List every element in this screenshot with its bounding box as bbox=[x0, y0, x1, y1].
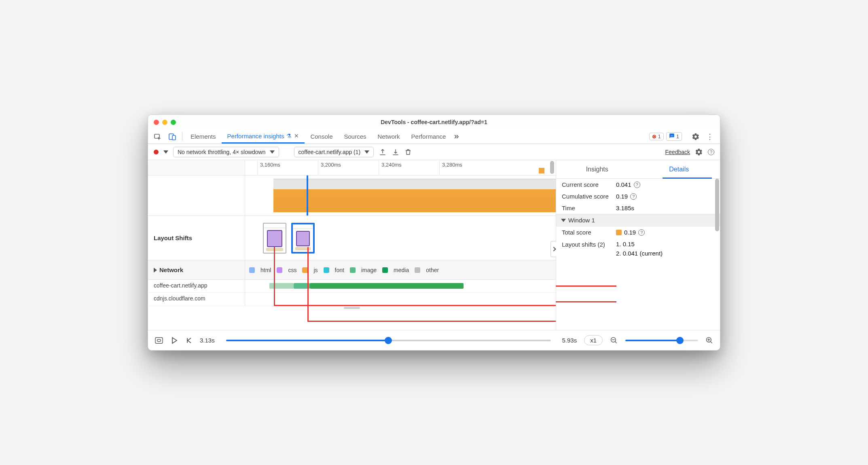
kv-label: Total score bbox=[562, 229, 614, 236]
record-menu-chevron[interactable] bbox=[163, 150, 168, 154]
network-bar[interactable] bbox=[310, 283, 464, 289]
help-button[interactable]: ? bbox=[708, 149, 714, 155]
settings-button[interactable] bbox=[688, 133, 703, 141]
sidebar-collapse-button[interactable] bbox=[550, 241, 556, 257]
tab-performance-insights[interactable]: Performance insights ⚗ ✕ bbox=[222, 129, 305, 144]
cls-overview-track[interactable] bbox=[245, 175, 556, 216]
network-section-toggle[interactable]: Network bbox=[148, 260, 245, 279]
cls-bar bbox=[273, 179, 556, 212]
issues-badge[interactable]: 1 bbox=[666, 132, 682, 141]
slider-knob[interactable] bbox=[676, 337, 684, 344]
time-ruler[interactable]: 3,160ms 3,200ms 3,240ms 3,280ms bbox=[148, 160, 556, 175]
layout-shift-thumbnail-1[interactable] bbox=[263, 223, 286, 254]
zoom-in-button[interactable] bbox=[705, 336, 713, 345]
tab-console[interactable]: Console bbox=[305, 129, 338, 144]
tab-performance[interactable]: Performance bbox=[406, 129, 452, 144]
details-sidebar: Insights Details Current score 0.041? Cu… bbox=[556, 160, 720, 330]
expand-icon bbox=[154, 268, 157, 273]
tab-network[interactable]: Network bbox=[372, 129, 406, 144]
network-row[interactable]: cdnjs.cloudflare.com bbox=[148, 293, 556, 306]
experiment-icon: ⚗ bbox=[286, 133, 292, 139]
ruler-tick: 3,160ms bbox=[257, 160, 280, 175]
help-icon[interactable]: ? bbox=[638, 229, 645, 236]
ruler-tick: 3,240ms bbox=[379, 160, 402, 175]
legend-media: media bbox=[394, 267, 409, 273]
layout-shift-thumbnail-2[interactable] bbox=[291, 223, 315, 254]
swatch-font bbox=[324, 267, 329, 273]
ruler-tick: 3,280ms bbox=[439, 160, 462, 175]
network-row-track bbox=[245, 280, 556, 292]
kv-label: Current score bbox=[562, 181, 614, 188]
error-icon: ⊗ bbox=[652, 133, 656, 140]
kv-value: 0.041 bbox=[616, 181, 631, 188]
sidebar-tab-insights[interactable]: Insights bbox=[556, 160, 638, 178]
zoom-out-button[interactable] bbox=[610, 336, 618, 345]
close-tab-icon[interactable]: ✕ bbox=[294, 133, 299, 139]
errors-count: 1 bbox=[658, 133, 661, 140]
legend-css: css bbox=[288, 267, 296, 273]
kebab-menu-button[interactable]: ⋮ bbox=[703, 132, 718, 141]
preview-toggle-button[interactable] bbox=[155, 337, 163, 344]
export-button[interactable] bbox=[379, 148, 387, 156]
inspect-element-button[interactable] bbox=[150, 129, 165, 144]
layout-shifts-track bbox=[245, 216, 556, 260]
slider-knob[interactable] bbox=[385, 337, 392, 344]
scrollbar-thumb[interactable] bbox=[550, 161, 554, 174]
jump-to-start-button[interactable] bbox=[185, 337, 193, 344]
kv-label: Layout shifts (2) bbox=[562, 241, 614, 249]
minimize-window-button[interactable] bbox=[162, 120, 167, 125]
errors-badge[interactable]: ⊗ 1 bbox=[649, 133, 664, 140]
tab-elements[interactable]: Elements bbox=[185, 129, 222, 144]
legend-js: js bbox=[313, 267, 318, 273]
panel-toolbar: No network throttling, 4× slowdown coffe… bbox=[148, 144, 720, 160]
more-tabs-button[interactable] bbox=[451, 129, 464, 144]
kv-label: Cumulative score bbox=[562, 193, 614, 200]
window-title: DevTools - coffee-cart.netlify.app/?ad=1 bbox=[148, 119, 720, 125]
network-row-host: coffee-cart.netlify.app bbox=[148, 280, 245, 292]
status-square-icon bbox=[616, 230, 622, 235]
help-icon[interactable]: ? bbox=[634, 182, 640, 188]
device-toolbar-button[interactable] bbox=[165, 129, 180, 144]
panel-settings-button[interactable] bbox=[695, 148, 703, 156]
svg-rect-2 bbox=[172, 135, 176, 140]
import-button[interactable] bbox=[392, 148, 400, 156]
network-row[interactable]: coffee-cart.netlify.app bbox=[148, 280, 556, 293]
devtools-tabstrip: Elements Performance insights ⚗ ✕ Consol… bbox=[148, 129, 720, 144]
vertical-resizer[interactable] bbox=[148, 306, 556, 310]
zoom-slider[interactable] bbox=[625, 340, 698, 341]
kv-value: 3.185s bbox=[616, 205, 634, 211]
kv-current-score: Current score 0.041? bbox=[556, 179, 720, 190]
throttling-select[interactable]: No network throttling, 4× slowdown bbox=[173, 147, 279, 157]
layout-shift-item-2[interactable]: 2. 0.041 (current) bbox=[616, 250, 663, 257]
kv-label: Time bbox=[562, 205, 614, 211]
playhead-slider[interactable] bbox=[226, 340, 551, 341]
network-bar[interactable] bbox=[294, 283, 310, 289]
layout-shift-item-1[interactable]: 1. 0.15 bbox=[616, 241, 635, 247]
window-section-header[interactable]: Window 1 bbox=[556, 214, 720, 226]
issues-count: 1 bbox=[676, 133, 679, 140]
annotation-line bbox=[556, 285, 616, 287]
network-bar[interactable] bbox=[269, 283, 294, 289]
help-icon[interactable]: ? bbox=[630, 193, 637, 200]
delete-recording-button[interactable] bbox=[404, 148, 412, 156]
tab-sources[interactable]: Sources bbox=[338, 129, 372, 144]
kv-time: Time 3.185s bbox=[556, 202, 720, 214]
titlebar: DevTools - coffee-cart.netlify.app/?ad=1 bbox=[148, 115, 720, 129]
sidebar-scrollbar-thumb[interactable] bbox=[715, 179, 719, 231]
playback-speed-button[interactable]: x1 bbox=[584, 335, 603, 345]
sidebar-tab-details[interactable]: Details bbox=[638, 160, 720, 178]
close-window-button[interactable] bbox=[154, 120, 159, 125]
recording-select[interactable]: coffee-cart.netlify.app (1) bbox=[294, 147, 374, 157]
swatch-css bbox=[277, 267, 282, 273]
feedback-link[interactable]: Feedback bbox=[665, 149, 690, 155]
marker-icon bbox=[539, 168, 544, 173]
window-header-label: Window 1 bbox=[568, 217, 595, 224]
play-button[interactable] bbox=[171, 337, 178, 344]
cls-overview-row bbox=[148, 175, 556, 216]
main-area: 3,160ms 3,200ms 3,240ms 3,280ms Layout S… bbox=[148, 160, 720, 330]
record-button[interactable] bbox=[154, 150, 159, 154]
kv-cumulative-score: Cumulative score 0.19? bbox=[556, 190, 720, 202]
legend-image: image bbox=[361, 267, 377, 273]
zoom-window-button[interactable] bbox=[171, 120, 176, 125]
swatch-media bbox=[382, 267, 388, 273]
